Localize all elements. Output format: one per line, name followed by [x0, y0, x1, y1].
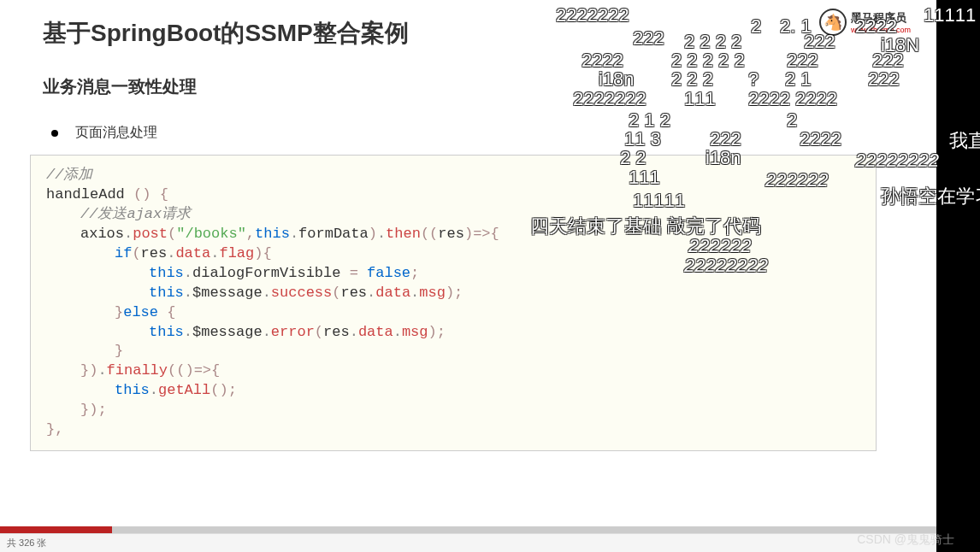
danmaku-comment: 11111: [633, 190, 685, 212]
danmaku-comment: 222: [868, 68, 900, 91]
danmaku-comment: 我直: [949, 128, 980, 154]
danmaku-comment: 22222222: [684, 255, 768, 277]
code-block: //添加 handleAdd () { //发送ajax请求 axios.pos…: [30, 155, 877, 451]
danmaku-comment: 2222222: [556, 4, 629, 26]
danmaku-comment: 111: [629, 167, 660, 189]
danmaku-comment: 222: [633, 27, 664, 50]
danmaku-comment: 2: [787, 109, 797, 132]
danmaku-comment: i18n: [705, 147, 741, 169]
danmaku-comment: 222222: [765, 169, 828, 191]
danmaku-comment: 22222222: [855, 150, 939, 172]
danmaku-comment: 2222: [800, 128, 841, 150]
progress-bar[interactable]: [0, 526, 936, 533]
bullet-item: 页面消息处理: [51, 124, 894, 142]
danmaku-comment: 111: [684, 88, 716, 110]
page-count: 共 326 张: [7, 537, 46, 548]
code-comment: //添加: [46, 167, 92, 183]
danmaku-comment: 2222 2222: [748, 88, 837, 110]
csdn-watermark: CSDN @鬼鬼骑士: [857, 532, 954, 548]
page-title: 基于SpringBoot的SSMP整合案例: [43, 17, 894, 50]
danmaku-comment: 孙悟空在学习: [881, 184, 980, 209]
danmaku-comment: 2222222: [573, 88, 646, 110]
bullet-text: 页面消息处理: [75, 124, 157, 142]
status-bar: 共 326 张: [0, 533, 936, 552]
bullet-dot-icon: [51, 130, 58, 137]
danmaku-comment: 11111: [924, 4, 976, 26]
danmaku-comment: 2: [751, 15, 761, 38]
right-border: [936, 0, 980, 552]
